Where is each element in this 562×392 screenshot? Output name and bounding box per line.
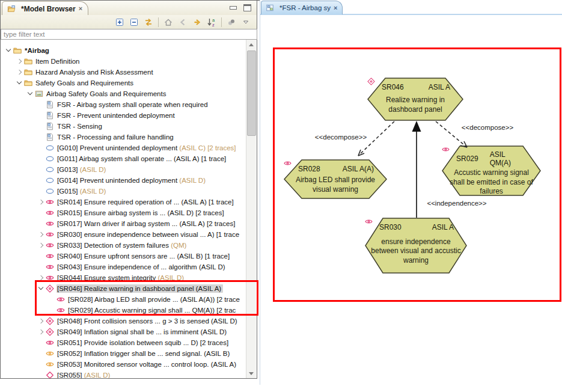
tab-fsr-airbag[interactable]: *FSR - Airbag sy × bbox=[261, 1, 343, 14]
expand-all-button[interactable] bbox=[114, 16, 126, 28]
tree-item[interactable]: [SR055] (ASIL D) bbox=[1, 370, 257, 378]
tree-item[interactable]: [SR048] Front collision sensors ... g > … bbox=[1, 316, 257, 326]
expand-chevron-icon[interactable] bbox=[26, 90, 34, 98]
expand-chevron-icon[interactable] bbox=[16, 79, 23, 87]
diagram-icon bbox=[34, 90, 44, 99]
doc-icon bbox=[45, 100, 55, 109]
tree-item[interactable]: [SR030] ensure independence between visu… bbox=[1, 229, 257, 240]
tree-item[interactable]: [SR052] Inflation trigger shall be ... s… bbox=[1, 348, 257, 359]
tree-item[interactable]: [SR028] Airbag LED shall provide ... (AS… bbox=[1, 294, 257, 305]
tree-item-label: [SR015] Ensure airbag system is ... (ASI… bbox=[57, 209, 224, 216]
view-menu-button[interactable] bbox=[240, 16, 252, 28]
back-button[interactable] bbox=[177, 16, 189, 28]
collaboration-button[interactable] bbox=[225, 16, 237, 28]
req-eye-icon bbox=[45, 252, 55, 261]
scroll-down-icon[interactable] bbox=[246, 369, 255, 378]
req-diamond-icon bbox=[45, 284, 55, 293]
chevron-spacer bbox=[48, 296, 56, 304]
expand-chevron-icon[interactable] bbox=[37, 274, 45, 282]
tree-item-asil-suffix: (ASIL D) bbox=[78, 166, 106, 173]
scrollbar-thumb[interactable] bbox=[247, 51, 256, 136]
req-outline-icon bbox=[45, 371, 55, 379]
minimize-icon[interactable] bbox=[229, 4, 237, 11]
tree-item[interactable]: [G010] Prevent unintended deployment (AS… bbox=[1, 142, 257, 153]
edge-label-decompose-left: <<decompose>> bbox=[314, 133, 368, 141]
expand-chevron-icon[interactable] bbox=[37, 231, 45, 239]
tree-item-label: [G011] Airbag system shall operate ... (… bbox=[57, 155, 226, 162]
model-browser-icon bbox=[7, 4, 16, 13]
view-title: *Model Browser bbox=[21, 5, 76, 13]
tree-item[interactable]: [SR053] Monitored sensor voltage ... con… bbox=[1, 359, 257, 370]
maximize-icon[interactable] bbox=[243, 4, 251, 11]
expand-chevron-icon[interactable] bbox=[37, 285, 45, 293]
tree-item[interactable]: [SR017] Warn driver if airbag system ...… bbox=[1, 218, 257, 229]
tree-item[interactable]: Hazard Analysis and Risk Assessment bbox=[1, 67, 257, 78]
scroll-up-icon[interactable] bbox=[246, 40, 255, 49]
req-eye-icon bbox=[56, 295, 66, 304]
tree-item[interactable]: *Airbag bbox=[1, 45, 257, 56]
req-eye-orange-icon bbox=[45, 360, 55, 369]
tree-item[interactable]: [SR033] Detection of system failures (QM… bbox=[1, 240, 257, 251]
sort-button[interactable]: az bbox=[206, 16, 218, 28]
tree-item[interactable]: [SR049] Inflation signal shall be ... is… bbox=[1, 326, 257, 337]
expand-chevron-icon[interactable] bbox=[16, 69, 23, 76]
filter-input[interactable] bbox=[1, 29, 257, 40]
tree-item[interactable]: [SR051] Provide isolation between squib … bbox=[1, 337, 257, 348]
goal-icon bbox=[45, 144, 55, 153]
tree-item[interactable]: [G013] (ASIL D) bbox=[1, 164, 257, 175]
tree-item[interactable]: [SR046] Realize warning in dashboard pan… bbox=[1, 283, 257, 294]
chevron-spacer bbox=[37, 133, 45, 141]
tree-item[interactable]: [G011] Airbag system shall operate ... (… bbox=[1, 153, 257, 164]
diagram-edges bbox=[260, 15, 562, 385]
goal-icon bbox=[45, 176, 55, 185]
tree-item[interactable]: Airbag Safety Goals and Requirements bbox=[1, 88, 257, 99]
tree-scrollbar[interactable] bbox=[246, 40, 256, 378]
tree-item[interactable]: Item Definition bbox=[1, 56, 257, 67]
toolbar-separator bbox=[221, 17, 222, 27]
diagram-editor: *FSR - Airbag sy × <<decompose>> <<decom… bbox=[260, 0, 562, 385]
tree-item[interactable]: [G014] Prevent unintended deployment (AS… bbox=[1, 175, 257, 186]
expand-chevron-icon[interactable] bbox=[37, 317, 45, 325]
tree-item[interactable]: FSR - Prevent unintended deployment bbox=[1, 110, 257, 121]
collapse-all-button[interactable] bbox=[128, 16, 140, 28]
tree-item[interactable]: [SR044] Ensure system integrity (ASIL D) bbox=[1, 272, 257, 283]
tree-item[interactable]: Safety Goals and Requirements bbox=[1, 78, 257, 88]
close-icon[interactable]: × bbox=[334, 5, 337, 11]
tree-item-label: [G010] Prevent unintended deployment bbox=[57, 144, 177, 152]
dropdown-triangle-icon bbox=[241, 17, 251, 27]
model-tree: *AirbagItem DefinitionHazard Analysis an… bbox=[1, 40, 257, 378]
expand-all-icon bbox=[115, 17, 124, 27]
tree-item-label: [SR053] Monitored sensor voltage ... con… bbox=[57, 361, 236, 368]
tree-item-asil-suffix: (ASIL D) bbox=[78, 188, 106, 195]
tree-item-label: [SR046] Realize warning in dashboard pan… bbox=[57, 285, 221, 292]
tree-item[interactable]: [G015] (ASIL D) bbox=[1, 186, 257, 197]
expand-chevron-icon[interactable] bbox=[37, 198, 45, 206]
tree-item[interactable]: [SR014] Ensure required operation of ...… bbox=[1, 197, 257, 207]
tree-item-label: [SR029] Accustic warning signal shall ..… bbox=[68, 307, 236, 314]
tree-item[interactable]: [SR043] Ensure independence of ... algor… bbox=[1, 262, 257, 272]
close-icon[interactable]: × bbox=[79, 5, 82, 12]
expand-chevron-icon[interactable] bbox=[37, 242, 45, 250]
tree-item-label: [SR043] Ensure independence of ... algor… bbox=[57, 263, 225, 271]
tree-item-asil-suffix: (ASIL D) bbox=[82, 372, 111, 378]
tab-model-browser[interactable]: *Model Browser × bbox=[2, 1, 88, 16]
req-eye-icon bbox=[45, 219, 55, 228]
tree-item[interactable]: [SR040] Ensure upfront sensors are ... (… bbox=[1, 251, 257, 262]
tree-item[interactable]: [SR015] Ensure airbag system is ... (ASI… bbox=[1, 207, 257, 218]
tree-item-asil-suffix: (ASIL D) bbox=[177, 177, 206, 184]
req-diamond-icon bbox=[45, 328, 55, 337]
home-button[interactable] bbox=[162, 16, 174, 28]
tree-item[interactable]: TSR - Sensing bbox=[1, 121, 257, 132]
tree-item[interactable]: FSR - Airbag system shall operate when r… bbox=[1, 99, 257, 110]
tree-item-label: Safety Goals and Requirements bbox=[35, 79, 133, 87]
expand-chevron-icon[interactable] bbox=[37, 328, 45, 336]
link-with-editor-button[interactable] bbox=[142, 16, 154, 28]
expand-chevron-icon[interactable] bbox=[16, 58, 23, 66]
diagram-canvas[interactable]: <<decompose>> <<decompose>> <<independen… bbox=[260, 15, 562, 385]
model-browser-view: *Model Browser × az bbox=[0, 0, 257, 379]
expand-chevron-icon[interactable] bbox=[5, 47, 13, 55]
tree-item[interactable]: TSR - Processing and failure handling bbox=[1, 132, 257, 142]
chevron-spacer bbox=[37, 188, 45, 195]
forward-button[interactable] bbox=[191, 16, 203, 28]
tree-item[interactable]: [SR029] Accustic warning signal shall ..… bbox=[1, 305, 257, 316]
